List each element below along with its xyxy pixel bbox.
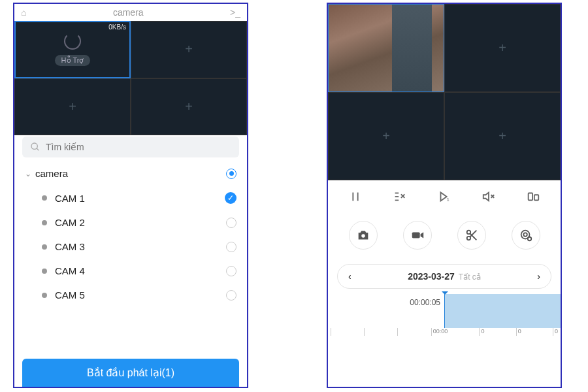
svg-marker-7 bbox=[441, 193, 447, 201]
playback-controls: 1 bbox=[328, 180, 561, 216]
search-input[interactable] bbox=[46, 142, 231, 152]
right-phone: CAM 1 0KB/s + + + 1 ‹ 2023-03-27Tất cả ›… bbox=[327, 3, 562, 388]
playback-grid: CAM 1 0KB/s + + + bbox=[328, 4, 561, 180]
left-phone: ⌂ camera >_ 0KB/s Hỗ Trợ + + + ⌄ camera … bbox=[13, 3, 248, 388]
camera-picker-sheet: ⌄ camera CAM 1✓ CAM 2 CAM 3 CAM 4 CAM 5 … bbox=[14, 129, 247, 387]
date-picker[interactable]: ‹ 2023-03-27Tất cả › bbox=[337, 264, 551, 289]
item-radio[interactable] bbox=[226, 290, 237, 301]
record-button[interactable] bbox=[403, 221, 432, 250]
chevron-down-icon: ⌄ bbox=[25, 169, 31, 178]
svg-point-23 bbox=[527, 237, 531, 241]
svg-rect-15 bbox=[412, 232, 419, 238]
snapshot-button[interactable] bbox=[349, 221, 378, 250]
status-dot bbox=[42, 195, 47, 201]
grid-cell-1[interactable]: 0KB/s Hỗ Trợ bbox=[14, 21, 131, 78]
grid-cell-3[interactable]: + bbox=[14, 78, 131, 136]
app-header: ⌂ camera >_ bbox=[14, 4, 247, 21]
support-badge: Hỗ Trợ bbox=[55, 55, 91, 66]
status-dot bbox=[42, 293, 47, 298]
mute-button[interactable] bbox=[482, 189, 496, 206]
home-icon[interactable]: ⌂ bbox=[21, 7, 26, 18]
camera-grid: 0KB/s Hỗ Trợ + + + bbox=[14, 21, 247, 135]
grid-cell-2[interactable]: + bbox=[131, 21, 247, 78]
status-dot bbox=[42, 269, 47, 274]
item-radio[interactable] bbox=[226, 218, 237, 228]
svg-rect-13 bbox=[534, 195, 538, 200]
camera-item[interactable]: CAM 5 bbox=[22, 283, 239, 307]
grid-cell-4[interactable]: + bbox=[444, 92, 561, 180]
timeline[interactable]: 00:00:05 00:00 000 bbox=[328, 294, 561, 340]
add-icon: + bbox=[69, 99, 76, 114]
search-icon bbox=[30, 142, 41, 152]
camera-item[interactable]: CAM 3 bbox=[22, 235, 239, 259]
step-forward-button[interactable]: 1 bbox=[437, 189, 451, 206]
svg-line-1 bbox=[37, 148, 39, 150]
terminal-icon[interactable]: >_ bbox=[230, 7, 240, 18]
date-label: 2023-03-27Tất cả bbox=[351, 271, 538, 282]
camera-feed bbox=[329, 5, 444, 91]
close-stream-button[interactable] bbox=[393, 189, 407, 206]
add-icon: + bbox=[382, 129, 390, 144]
action-row bbox=[328, 216, 561, 255]
svg-text:1: 1 bbox=[447, 197, 449, 203]
grid-cell-2[interactable]: + bbox=[444, 4, 561, 92]
svg-point-22 bbox=[523, 233, 527, 237]
search-field[interactable] bbox=[22, 137, 239, 157]
item-radio[interactable] bbox=[226, 266, 237, 276]
grid-cell-1[interactable]: CAM 1 0KB/s bbox=[328, 4, 444, 92]
camera-group-row[interactable]: ⌄ camera bbox=[22, 161, 239, 186]
clip-button[interactable] bbox=[457, 221, 486, 250]
svg-point-14 bbox=[361, 234, 365, 238]
pause-button[interactable] bbox=[348, 189, 363, 206]
camera-item[interactable]: CAM 1✓ bbox=[22, 186, 239, 210]
rotate-button[interactable] bbox=[526, 189, 540, 206]
timeline-cursor[interactable] bbox=[444, 294, 445, 328]
svg-point-0 bbox=[31, 143, 37, 149]
check-icon[interactable]: ✓ bbox=[225, 192, 237, 204]
status-dot bbox=[42, 244, 47, 250]
header-title: camera bbox=[26, 7, 230, 18]
grid-cell-4[interactable]: + bbox=[131, 78, 247, 136]
svg-marker-9 bbox=[483, 193, 489, 201]
start-playback-button[interactable]: Bắt đầu phát lại(1) bbox=[22, 359, 239, 387]
grid-cell-3[interactable]: + bbox=[328, 92, 444, 180]
add-icon: + bbox=[185, 42, 193, 57]
svg-rect-12 bbox=[529, 193, 532, 201]
item-radio[interactable] bbox=[226, 242, 237, 252]
group-radio[interactable] bbox=[226, 169, 237, 179]
timeline-fill bbox=[444, 294, 561, 328]
camera-item[interactable]: CAM 2 bbox=[22, 210, 239, 235]
group-label: camera bbox=[35, 168, 68, 179]
camera-item[interactable]: CAM 4 bbox=[22, 259, 239, 283]
svg-marker-16 bbox=[420, 232, 423, 238]
bandwidth-label: 0KB/s bbox=[108, 24, 126, 31]
loading-icon bbox=[64, 33, 81, 50]
status-dot bbox=[42, 220, 47, 225]
timeline-ticks: 00:00 000 bbox=[328, 328, 561, 340]
fisheye-button[interactable] bbox=[512, 221, 540, 250]
next-day-button[interactable]: › bbox=[537, 271, 540, 282]
add-icon: + bbox=[185, 99, 193, 114]
add-icon: + bbox=[498, 41, 506, 56]
timeline-time: 00:00:05 bbox=[410, 298, 444, 307]
add-icon: + bbox=[498, 129, 506, 144]
